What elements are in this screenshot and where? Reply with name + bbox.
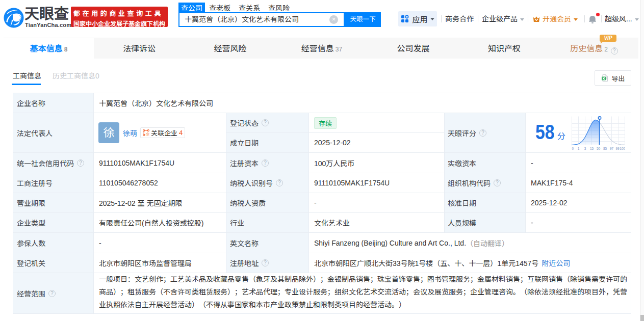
svg-text:85: 85 [603,147,607,150]
svg-text:1: 1 [578,147,580,150]
svg-text:97: 97 [610,147,614,150]
svg-text:3: 3 [584,147,586,150]
svg-text:99: 99 [615,147,620,150]
svg-text:100: 100 [620,147,625,150]
svg-text:0: 0 [572,147,574,150]
svg-text:企: 企 [146,132,150,136]
svg-text:50: 50 [597,147,601,150]
svg-text:15: 15 [590,147,594,150]
